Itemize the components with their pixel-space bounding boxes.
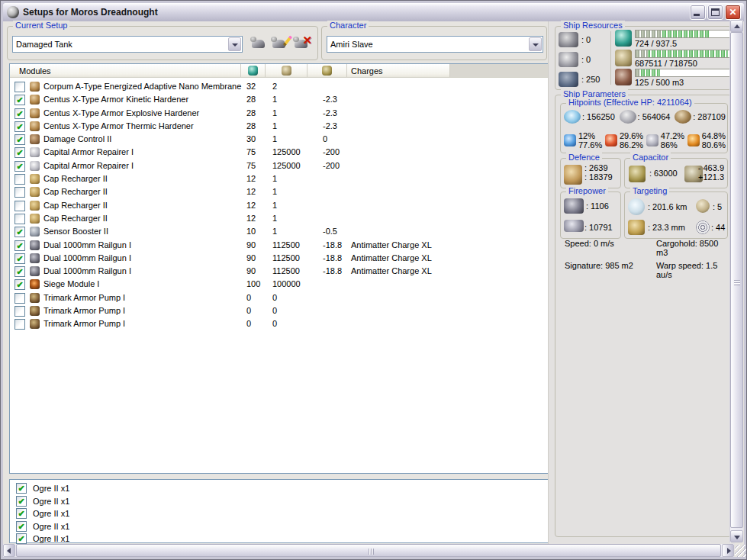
module-checkbox[interactable]: ✔ [14,147,25,158]
module-row[interactable]: ✔Capital Armor Repairer I75125000-200 [10,159,549,172]
module-row[interactable]: Cap Recharger II121 [10,199,549,212]
module-row[interactable]: ✔Dual 1000mm Railgun I90112500-18.8Antim… [10,265,549,278]
targeting-label: Targeting [630,186,669,195]
vertical-scrollbar[interactable] [729,20,743,542]
title-bar[interactable]: Setups for Moros Dreadnought ✕ [3,3,744,21]
scroll-up-button[interactable] [730,20,743,32]
delete-setup-button[interactable]: ✕ [292,34,312,53]
module-checkbox[interactable] [14,319,25,330]
resist-bottom: 86.2% [620,140,643,150]
drone-checkbox[interactable]: ✔ [16,521,27,532]
module-checkbox[interactable]: ✔ [14,240,25,251]
horizontal-scrollbar[interactable] [3,544,734,557]
chevron-down-icon[interactable] [228,37,241,51]
module-row[interactable]: Cap Recharger II121 [10,185,549,198]
scroll-left-button[interactable] [3,544,15,557]
module-row[interactable]: ✔Sensor Booster II101-0.5 [10,225,549,238]
module-row[interactable]: Cap Recharger II121 [10,212,549,225]
module-cpu-value: 75 [246,147,256,156]
dronebay-icon [615,69,632,85]
module-checkbox[interactable]: ✔ [14,134,25,145]
module-row[interactable]: Corpum A-Type Energized Adaptive Nano Me… [10,80,549,93]
module-row[interactable]: ✔Siege Module I100100000 [10,278,549,291]
resize-grip[interactable] [735,545,746,557]
module-name: Trimark Armor Pump I [43,293,125,302]
module-name: Sensor Booster II [43,227,108,236]
vertical-scroll-thumb[interactable] [730,32,743,528]
module-checkbox[interactable]: ✔ [14,108,25,119]
maximize-button[interactable] [707,5,723,20]
drone-row[interactable]: ✔Ogre II x1 [10,507,549,520]
cpu-column-header[interactable] [241,64,266,77]
module-checkbox[interactable] [14,82,25,92]
calibration-icon [559,72,578,87]
drone-name: Ogre II x1 [33,484,69,493]
resist-group: 64.8%80.6% [687,131,726,150]
firepower-group: Firepower : 1106 : 10791 [560,191,621,239]
module-checkbox[interactable]: ✔ [14,121,25,132]
app-window: Setups for Moros Dreadnought ✕ Current S… [0,0,747,560]
module-row[interactable]: Trimark Armor Pump I00 [10,304,549,317]
modules-listview[interactable]: Modules Charges Corpum A-Type Energized … [9,63,549,474]
drone-checkbox[interactable]: ✔ [16,483,27,494]
close-button[interactable]: ✕ [725,5,741,20]
divider [610,31,611,85]
bar-fill [636,50,728,57]
module-row[interactable]: ✔Centus X-Type Armor Thermic Hardener281… [10,120,549,133]
current-setup-combobox[interactable]: Damaged Tank [12,36,243,53]
armor-hardener-icon [30,108,40,118]
module-checkbox[interactable]: ✔ [14,95,25,105]
modules-column-header[interactable]: Modules [10,64,241,77]
new-setup-button[interactable] [250,34,269,53]
edit-setup-button[interactable] [270,34,290,53]
targeting-range-value: : 201.6 km [648,202,687,211]
scroll-down-button[interactable] [730,530,743,542]
drone-checkbox[interactable]: ✔ [16,496,27,507]
module-row[interactable]: ✔Dual 1000mm Railgun I90112500-18.8Antim… [10,239,549,252]
module-row[interactable]: ✔Damage Control II3010 [10,133,549,146]
module-name: Capital Armor Repairer I [43,147,134,156]
drone-row[interactable]: ✔Ogre II x1 [10,495,549,508]
module-cpu-value: 32 [246,82,256,91]
drone-row[interactable]: ✔Ogre II x1 [10,482,549,495]
module-checkbox[interactable]: ✔ [14,266,25,277]
hardpoint-row: : 250 [559,69,609,89]
module-checkbox[interactable]: ✔ [14,279,25,290]
module-checkbox[interactable] [14,174,25,185]
module-row[interactable]: Trimark Armor Pump I00 [10,317,549,330]
charges-column-header[interactable]: Charges [347,64,450,77]
module-row[interactable]: Trimark Armor Pump I00 [10,291,549,304]
module-checkbox[interactable]: ✔ [14,253,25,264]
module-checkbox[interactable] [14,201,25,211]
firepower-missile-value: : 10791 [584,223,613,232]
powergrid-column-header[interactable] [266,64,307,77]
module-row[interactable]: ✔Centus X-Type Armor Kinetic Hardener281… [10,93,549,106]
module-cap-value: -2.3 [323,108,337,117]
module-row[interactable]: ✔Centus X-Type Armor Explosive Hardener2… [10,107,549,120]
drone-checkbox[interactable]: ✔ [16,533,27,544]
drone-checkbox[interactable]: ✔ [16,508,27,519]
module-row[interactable]: ✔Dual 1000mm Railgun I90112500-18.8Antim… [10,252,549,265]
minimize-button[interactable] [690,5,706,20]
module-cpu-value: 100 [246,279,260,288]
module-checkbox[interactable]: ✔ [14,227,25,237]
powergrid-icon [615,50,632,66]
drones-listbox[interactable]: ✔Ogre II x1✔Ogre II x1✔Ogre II x1✔Ogre I… [9,479,549,543]
module-checkbox[interactable]: ✔ [14,161,25,172]
module-row[interactable]: Cap Recharger II121 [10,172,549,185]
drone-row[interactable]: ✔Ogre II x1 [10,520,549,533]
module-checkbox[interactable] [14,306,25,317]
horizontal-scroll-thumb[interactable] [16,544,721,557]
capacitor-column-header[interactable] [307,64,347,77]
module-checkbox[interactable] [14,214,25,224]
module-charge: Antimatter Charge XL [351,266,432,275]
character-combobox[interactable]: Amiri Slave [327,36,543,53]
hardpoint-value: : 0 [581,35,591,44]
chevron-down-icon[interactable] [529,37,542,51]
module-checkbox[interactable] [14,187,25,198]
scroll-right-button[interactable] [722,544,734,557]
module-checkbox[interactable] [14,293,25,304]
module-row[interactable]: ✔Capital Armor Repairer I75125000-200 [10,146,549,159]
modules-header[interactable]: Modules Charges [10,64,549,78]
app-icon [7,6,19,18]
